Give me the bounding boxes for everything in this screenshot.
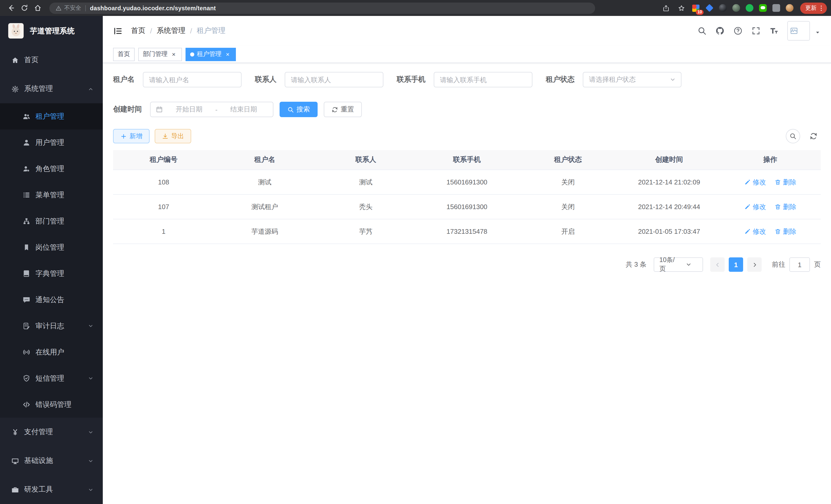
pagination: 共 3 条 10条/页 1 前往 页 xyxy=(113,258,821,272)
caret-down-icon[interactable] xyxy=(814,29,821,35)
sidebar-item-label: 菜单管理 xyxy=(35,190,93,200)
cell-created: 2021-12-14 21:02:09 xyxy=(619,178,719,186)
date-range-picker[interactable]: 开始日期 - 结束日期 xyxy=(150,102,274,117)
page-number-1[interactable]: 1 xyxy=(729,258,743,272)
search-button[interactable]: 搜索 xyxy=(280,102,318,117)
extension-icon-2[interactable] xyxy=(705,3,714,12)
dept-tree-icon xyxy=(23,217,30,225)
extension-icon-5[interactable] xyxy=(745,3,754,12)
refresh-table-button[interactable] xyxy=(806,129,821,143)
olive-sphere-icon xyxy=(732,4,740,12)
sidebar-item-menu-list[interactable]: 菜单管理 xyxy=(0,182,103,208)
table-body: 108测试测试15601691300关闭2021-12-14 21:02:09修… xyxy=(113,170,821,244)
column-header: 租户名 xyxy=(214,150,315,170)
app-logo[interactable]: 芋道管理系统 xyxy=(0,16,103,46)
tab-close-icon[interactable]: × xyxy=(170,51,177,58)
sidebar-item-post-badge[interactable]: 岗位管理 xyxy=(0,234,103,261)
sidebar-item-dict-book[interactable]: 字典管理 xyxy=(0,261,103,287)
address-bar[interactable]: 不安全 dashboard.yudao.iocoder.cn/system/te… xyxy=(49,2,595,13)
sidebar-item-user[interactable]: 用户管理 xyxy=(0,129,103,156)
search-icon[interactable] xyxy=(697,26,707,35)
browser-reload-button[interactable] xyxy=(18,1,31,14)
browser-actions: 10 更新 xyxy=(601,2,827,13)
delete-link[interactable]: 删除 xyxy=(774,202,796,211)
contact-input[interactable] xyxy=(285,72,383,87)
page-size-select[interactable]: 10条/页 xyxy=(654,258,703,272)
gear-icon xyxy=(11,85,19,93)
add-button[interactable]: 新增 xyxy=(113,129,149,143)
calendar-icon xyxy=(156,106,163,113)
next-page-button[interactable] xyxy=(747,258,762,272)
browser-home-button[interactable] xyxy=(31,1,44,14)
goto-label: 前往 xyxy=(772,260,785,269)
phone-input[interactable] xyxy=(434,72,533,87)
sidebar-item-infra-monitor[interactable]: 基础设施 xyxy=(0,446,103,475)
sidebar-item-label: 支付管理 xyxy=(24,427,85,437)
tenant-name-label: 租户名 xyxy=(113,75,135,84)
help-icon[interactable] xyxy=(733,26,743,35)
prev-page-button[interactable] xyxy=(710,258,725,272)
extension-icon-7[interactable] xyxy=(771,3,781,12)
puzzle-icon xyxy=(772,4,780,12)
reset-button[interactable]: 重置 xyxy=(324,102,362,117)
toggle-search-button[interactable] xyxy=(786,129,800,143)
sidebar-item-dev-tools[interactable]: 研发工具 xyxy=(0,475,103,504)
collapse-menu-icon[interactable] xyxy=(113,26,123,36)
app-shell: 芋道管理系统 首页系统管理租户管理用户管理角色管理菜单管理部门管理岗位管理字典管… xyxy=(0,16,831,504)
share-button[interactable] xyxy=(660,2,672,13)
sidebar-item-online-signal[interactable]: 在线用户 xyxy=(0,339,103,365)
sidebar-item-sms-shield[interactable]: 短信管理 xyxy=(0,365,103,391)
edit-link[interactable]: 修改 xyxy=(744,202,766,211)
column-header: 操作 xyxy=(720,150,821,170)
user-icon xyxy=(23,139,30,146)
delete-link[interactable]: 删除 xyxy=(774,227,796,236)
sidebar-item-tenant[interactable]: 租户管理 xyxy=(0,103,103,129)
view-tab[interactable]: 租户管理× xyxy=(185,48,236,61)
browser-back-button[interactable] xyxy=(4,1,18,14)
sidebar-item-dept-tree[interactable]: 部门管理 xyxy=(0,208,103,234)
delete-link[interactable]: 删除 xyxy=(774,178,796,187)
github-icon[interactable] xyxy=(715,26,725,35)
fullscreen-icon[interactable] xyxy=(751,26,761,35)
goto-page-input[interactable] xyxy=(790,258,810,272)
bookmark-button[interactable] xyxy=(676,2,687,13)
active-tab-dot xyxy=(190,52,194,56)
goto-page: 前往 页 xyxy=(772,258,821,272)
sidebar-item-audit-log[interactable]: 审计日志 xyxy=(0,313,103,339)
font-size-icon[interactable] xyxy=(769,26,779,35)
sidebar-item-payment-yen[interactable]: 支付管理 xyxy=(0,418,103,446)
breadcrumb-item[interactable]: 系统管理 xyxy=(157,26,185,35)
extension-icon-6[interactable] xyxy=(758,3,767,12)
sidebar-item-label: 通知公告 xyxy=(35,295,93,304)
refresh-icon xyxy=(809,132,818,140)
column-header: 创建时间 xyxy=(619,150,719,170)
sidebar-item-role[interactable]: 角色管理 xyxy=(0,156,103,182)
sidebar-item-notice[interactable]: 通知公告 xyxy=(0,287,103,313)
tenant-name-input[interactable] xyxy=(143,72,241,87)
column-header: 联系手机 xyxy=(416,150,517,170)
sidebar-item-gear[interactable]: 系统管理 xyxy=(0,75,103,103)
sidebar-item-error-code[interactable]: 错误码管理 xyxy=(0,391,103,418)
top-navbar: 首页/系统管理/租户管理 xyxy=(103,16,831,46)
user-avatar[interactable] xyxy=(787,21,810,40)
view-tab[interactable]: 首页 xyxy=(113,48,135,61)
status-select[interactable]: 请选择租户状态 xyxy=(583,72,682,87)
sidebar-item-label: 系统管理 xyxy=(24,84,85,93)
dev-tools-icon xyxy=(11,486,19,494)
browser-update-button[interactable]: 更新 xyxy=(800,2,827,13)
extension-icon-4[interactable] xyxy=(731,3,741,12)
tab-close-icon[interactable]: × xyxy=(224,51,231,58)
sidebar-item-home[interactable]: 首页 xyxy=(0,46,103,75)
export-button[interactable]: 导出 xyxy=(155,129,191,143)
page-unit: 页 xyxy=(814,260,821,269)
update-label: 更新 xyxy=(805,4,816,12)
app-logo-image xyxy=(8,23,24,38)
table-row: 108测试测试15601691300关闭2021-12-14 21:02:09修… xyxy=(113,170,821,195)
breadcrumb-item[interactable]: 首页 xyxy=(131,26,145,35)
view-tab[interactable]: 部门管理× xyxy=(138,48,182,61)
edit-link[interactable]: 修改 xyxy=(744,227,766,236)
extensions-grid-icon[interactable]: 10 xyxy=(691,3,700,12)
profile-avatar[interactable] xyxy=(785,3,794,12)
extension-icon-3[interactable] xyxy=(718,3,727,12)
edit-link[interactable]: 修改 xyxy=(744,178,766,187)
